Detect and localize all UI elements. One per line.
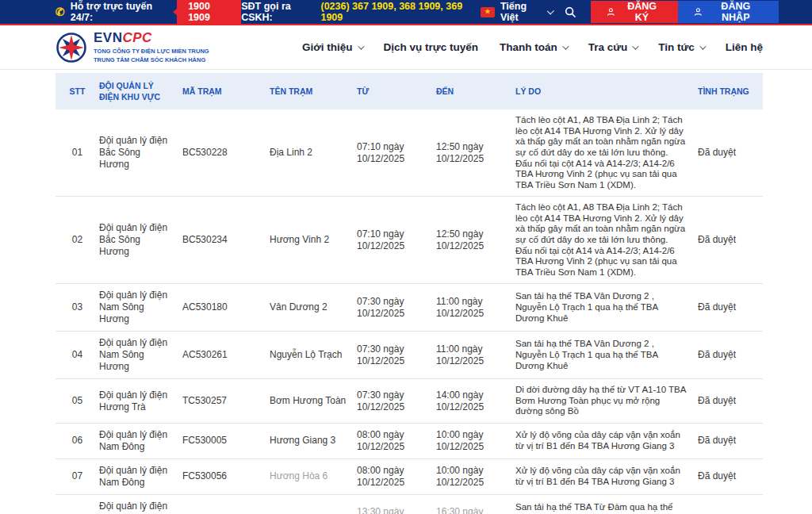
login-label: ĐĂNG NHẬP: [709, 1, 763, 23]
register-button[interactable]: ĐĂNG KÝ: [591, 1, 678, 23]
cell-den: 10:00 ngày 10/12/2025: [436, 458, 515, 494]
table-body: 01Đội quản lý điện Bắc Sông HươngBC53022…: [56, 109, 763, 514]
cell-tu: 07:10 ngày 10/12/2025: [357, 197, 436, 284]
cell-doi: Đội quản lý điện Hương Trà: [99, 379, 182, 424]
nav-item-1[interactable]: Dịch vụ trực tuyến: [384, 41, 478, 53]
column-header-den: ĐẾN: [436, 73, 515, 109]
cell-tinh_trang: Đã duyệt: [698, 109, 763, 196]
column-header-ten_tram: TÊN TRẠM: [270, 73, 357, 109]
topbar-support: ✆ Hỗ trợ trực tuyến 24/7: 1900 1909: [0, 0, 241, 24]
cell-tu: 08:00 ngày 10/12/2025: [357, 458, 436, 494]
cell-tinh_trang: Đã duyệt: [698, 423, 763, 458]
company-line2: TRUNG TÂM CHĂM SÓC KHÁCH HÀNG: [94, 56, 209, 65]
nav-item-label: Liên hệ: [726, 41, 763, 53]
cell-stt: 08: [56, 494, 99, 514]
column-header-ma_tram: MÃ TRẠM: [182, 73, 270, 109]
cell-ly_do: Tách lèo cột A1, A8 TBA Địa Linh 2; Tách…: [515, 109, 698, 196]
nav-item-0[interactable]: Giới thiệu: [302, 41, 362, 53]
login-button[interactable]: ĐĂNG NHẬP: [678, 1, 778, 23]
column-header-tinh_trang: TÌNH TRẠNG: [698, 73, 763, 109]
table-row: 03Đội quản lý điện Nam Sông HươngAC53018…: [56, 284, 763, 332]
cell-tinh_trang: Đã duyệt: [698, 458, 763, 494]
cell-tinh_trang: Đã duyệt: [698, 332, 763, 379]
cell-ma_tram: TC530257: [182, 379, 270, 424]
cell-den: 10:00 ngày 10/12/2025: [436, 423, 515, 458]
cell-doi: Đội quản lý điện Nam Đông: [99, 423, 182, 458]
cell-den: 11:00 ngày 10/12/2025: [436, 332, 515, 379]
cell-den: 14:00 ngày 10/12/2025: [436, 379, 515, 424]
cell-ten_tram: Hương Giang 3: [270, 423, 357, 458]
cell-doi: Đội quản lý điện Bắc Sông Hương: [99, 109, 182, 196]
cell-doi: Đội quản lý điện Nam Sông Hương: [99, 284, 182, 332]
table-row: 02Đội quản lý điện Bắc Sông HươngBC53023…: [56, 197, 763, 284]
cell-ma_tram: AC530131: [182, 494, 270, 514]
cell-doi: Đội quản lý điện Nam Sông Hương: [99, 494, 182, 514]
table-row: 07Đội quản lý điện Nam ĐôngFC530056Hương…: [56, 458, 763, 494]
nav-item-label: Dịch vụ trực tuyến: [384, 41, 478, 53]
nav-item-label: Thanh toán: [500, 41, 557, 53]
table-row: 01Đội quản lý điện Bắc Sông HươngBC53022…: [56, 109, 763, 196]
chevron-down-icon: [562, 43, 569, 49]
cell-ten_tram: Địa Linh 2: [270, 109, 357, 196]
search-button[interactable]: [565, 6, 576, 18]
cell-ma_tram: BC530234: [182, 197, 270, 284]
table-row: 08Đội quản lý điện Nam Sông HươngAC53013…: [56, 494, 763, 514]
cell-ly_do: Di dời đường dây hạ thế từ VT A1-10 TBA …: [515, 379, 698, 424]
cell-ten_tram: Hương Vinh 2: [270, 197, 357, 284]
evncpc-logo[interactable]: EVNCPC TỔNG CÔNG TY ĐIỆN LỰC MIỀN TRUNG …: [56, 30, 209, 65]
nav-item-label: Tin tức: [658, 41, 695, 53]
nav-item-5[interactable]: Liên hệ: [726, 41, 763, 53]
table-header-row: STTĐỘI QUẢN LÝ ĐIỆN KHU VỰCMÃ TRẠMTÊN TR…: [56, 73, 763, 109]
cell-tinh_trang: Đã duyệt: [698, 379, 763, 424]
cell-stt: 03: [56, 284, 99, 332]
cell-stt: 01: [56, 109, 99, 196]
table-row: 05Đội quản lý điện Hương TràTC530257Bơm …: [56, 379, 763, 424]
nav-item-3[interactable]: Tra cứu: [588, 41, 638, 53]
cell-doi: Đội quản lý điện Nam Đông: [99, 458, 182, 494]
company-line1: TỔNG CÔNG TY ĐIỆN LỰC MIỀN TRUNG: [94, 48, 209, 56]
column-header-tu: TỪ: [357, 73, 436, 109]
cell-ly_do: San tải hạ thế TBA Vân Dương 2 , Nguyễn …: [515, 332, 698, 379]
register-label: ĐĂNG KÝ: [622, 1, 662, 23]
cell-den: 12:50 ngày 10/12/2025: [436, 109, 515, 196]
language-selector[interactable]: Tiếng Việt: [500, 1, 552, 23]
cell-stt: 07: [56, 458, 99, 494]
outage-table-section: STTĐỘI QUẢN LÝ ĐIỆN KHU VỰCMÃ TRẠMTÊN TR…: [0, 70, 812, 514]
nav-item-2[interactable]: Thanh toán: [500, 41, 567, 53]
cell-tu: 13:30 ngày 10/12/2025: [357, 494, 436, 514]
cell-den: 16:30 ngày 10/12/2025: [436, 494, 515, 514]
chevron-down-icon: [547, 7, 554, 14]
table-row: 06Đội quản lý điện Nam ĐôngFC530005Hương…: [56, 423, 763, 458]
cell-doi: Đội quản lý điện Nam Sông Hương: [99, 332, 182, 379]
user-icon: [607, 7, 615, 17]
cell-doi: Đội quản lý điện Bắc Sông Hương: [99, 197, 182, 284]
cell-ly_do: San tải hạ thế TBA Vân Dương 2 , Nguyễn …: [515, 284, 698, 332]
cell-ma_tram: FC530056: [182, 458, 270, 494]
cell-ten_tram: Nguyễn Lộ Trạch: [270, 332, 357, 379]
cell-stt: 05: [56, 379, 99, 424]
cell-tu: 07:30 ngày 10/12/2025: [357, 332, 436, 379]
cell-tinh_trang: Đã duyệt: [698, 494, 763, 514]
search-icon: [565, 6, 576, 18]
cell-ten_tram: Từ Đàm: [270, 494, 357, 514]
cell-ma_tram: AC530261: [182, 332, 270, 379]
hotline-badge[interactable]: 1900 1909: [177, 0, 241, 25]
phone-icon: ✆: [56, 6, 65, 17]
brand-name: EVNCPC: [94, 30, 209, 46]
vietnam-flag-icon: ★: [481, 7, 495, 17]
evn-star-icon: [56, 32, 87, 63]
cskh-label: SĐT gọi ra CSKH:: [241, 1, 316, 23]
cell-ten_tram: Vân Dương 2: [270, 284, 357, 332]
chevron-down-icon: [632, 43, 638, 49]
cell-ten_tram: Hương Hòa 6: [270, 458, 357, 494]
chevron-down-icon: [699, 43, 706, 49]
language-label: Tiếng Việt: [500, 1, 542, 23]
column-header-ly_do: LÝ DO: [515, 73, 698, 109]
cell-ma_tram: AC530180: [182, 284, 270, 332]
nav-item-label: Giới thiệu: [302, 41, 353, 53]
cell-tu: 07:30 ngày 10/12/2025: [357, 284, 436, 332]
nav-item-4[interactable]: Tin tức: [658, 41, 704, 53]
cell-den: 11:00 ngày 10/12/2025: [436, 284, 515, 332]
cell-ma_tram: BC530228: [182, 109, 270, 196]
table-row: 04Đội quản lý điện Nam Sông HươngAC53026…: [56, 332, 763, 379]
